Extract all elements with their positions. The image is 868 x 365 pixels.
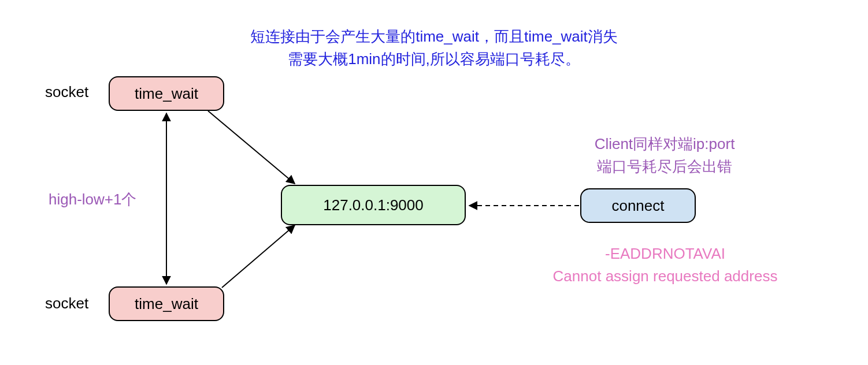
connect-node: connect: [580, 188, 696, 223]
timewait-top-text: time_wait: [135, 85, 198, 103]
client-note-line-2: 端口号耗尽后会出错: [597, 158, 732, 175]
title-line-1: 短连接由于会产生大量的time_wait，而且time_wait消失: [250, 28, 618, 45]
title-line-2: 需要大概1min的时间,所以容易端口号耗尽。: [288, 50, 580, 68]
client-note-line-1: Client同样对端ip:port: [595, 135, 735, 152]
edge-top-to-server: [208, 111, 295, 184]
title-text: 短连接由于会产生大量的time_wait，而且time_wait消失 需要大概1…: [0, 25, 868, 70]
error-text: -EADDRNOTAVAI Cannot assign requested ad…: [535, 243, 795, 288]
highlow-label: high-low+1个: [49, 188, 136, 211]
diagram-canvas: 短连接由于会产生大量的time_wait，而且time_wait消失 需要大概1…: [0, 0, 868, 365]
timewait-bottom-text: time_wait: [135, 295, 198, 313]
connect-text: connect: [611, 197, 664, 215]
server-node: 127.0.0.1:9000: [281, 185, 466, 225]
socket-label-top: socket: [45, 83, 88, 101]
server-addr-text: 127.0.0.1:9000: [323, 196, 424, 214]
error-line-2: Cannot assign requested address: [553, 267, 778, 285]
client-note: Client同样对端ip:port 端口号耗尽后会出错: [555, 133, 774, 178]
error-line-1: -EADDRNOTAVAI: [605, 245, 725, 262]
timewait-node-bottom: time_wait: [109, 286, 224, 321]
edge-bottom-to-server: [222, 225, 295, 288]
socket-label-bottom: socket: [45, 295, 88, 312]
timewait-node-top: time_wait: [109, 76, 224, 111]
